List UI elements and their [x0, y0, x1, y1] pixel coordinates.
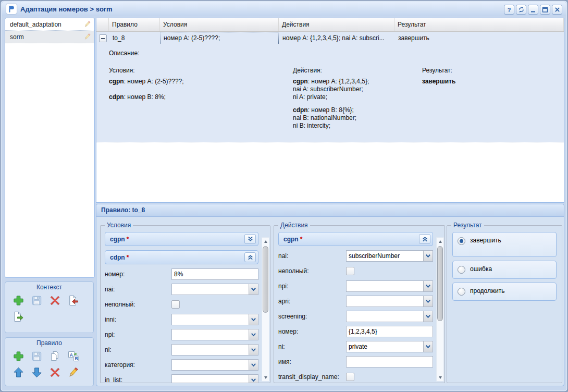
scroll-down-icon[interactable] [262, 374, 269, 381]
неполный-checkbox[interactable] [346, 267, 354, 275]
combo-value[interactable] [347, 281, 423, 291]
scroll-up-icon[interactable] [437, 238, 443, 245]
param-group-cdpn[interactable]: cdpn* [105, 250, 258, 264]
edit-rule-button[interactable] [66, 365, 80, 379]
actions-scrollbar[interactable] [436, 237, 444, 382]
категория-select[interactable] [171, 359, 258, 371]
combo-value[interactable] [172, 345, 249, 355]
in_list-select[interactable] [171, 374, 258, 383]
radio-icon[interactable] [458, 288, 465, 296]
неполный-checkbox[interactable] [171, 300, 180, 309]
nai-select[interactable] [346, 250, 433, 262]
npi-select[interactable] [171, 329, 258, 340]
ni-select[interactable] [171, 344, 258, 356]
field-row: apri: [278, 296, 433, 307]
chevron-down-icon[interactable] [249, 345, 258, 355]
combo-value[interactable] [347, 341, 423, 352]
scroll-down-icon[interactable] [437, 374, 443, 381]
combo-value[interactable] [172, 360, 249, 370]
номер-field[interactable] [346, 326, 433, 337]
move-rule-up-button[interactable] [11, 365, 25, 379]
rule-cell-conditions[interactable]: номер A: (2-5)????; [160, 32, 279, 45]
copy-rule-button[interactable] [48, 349, 61, 363]
import-context-button[interactable] [66, 293, 80, 307]
radio-icon[interactable] [458, 266, 465, 274]
имя-field[interactable] [346, 356, 433, 368]
result-option-ошибка[interactable]: ошибка [452, 261, 557, 279]
rename-rule-button[interactable]: AB [66, 349, 80, 363]
field-row: inni: [105, 314, 258, 325]
svg-text:A: A [69, 352, 72, 357]
combo-value[interactable] [172, 329, 249, 340]
radio-checked-icon[interactable] [458, 237, 465, 245]
grid-column-header[interactable]: Условия [160, 18, 279, 31]
collapse-section-icon[interactable] [244, 252, 256, 262]
context-list-item[interactable]: default_adaptation [5, 18, 94, 31]
save-context-button[interactable] [30, 293, 43, 307]
chevron-down-icon[interactable] [423, 251, 433, 261]
refresh-button[interactable] [516, 5, 526, 15]
collapse-row-icon[interactable] [99, 34, 107, 42]
context-list-item[interactable]: sorm [5, 31, 94, 43]
combo-value[interactable] [172, 284, 249, 295]
field-row: неполный: [105, 299, 258, 310]
combo-value[interactable] [347, 311, 423, 322]
result-option-продолжить[interactable]: продолжить [452, 283, 557, 301]
add-rule-button[interactable] [11, 349, 25, 363]
chevron-down-icon[interactable] [423, 311, 433, 322]
conditions-scrollbar[interactable] [262, 237, 269, 382]
detail-result-title: Результат: [422, 67, 452, 74]
close-button[interactable] [552, 5, 562, 15]
edit-context-icon[interactable] [83, 33, 91, 41]
inni-select[interactable] [171, 314, 258, 325]
rules-grid: ПравилоУсловияДействияРезультат to_8номе… [96, 18, 564, 203]
npi-select[interactable] [346, 280, 433, 292]
chevron-down-icon[interactable] [249, 314, 258, 325]
window-title: Адаптация номеров > sorm [20, 5, 112, 13]
help-button[interactable]: ? [504, 5, 514, 15]
result-option-завершить[interactable]: завершить [452, 232, 557, 257]
screening-select[interactable] [346, 311, 433, 322]
chevron-down-icon[interactable] [249, 375, 258, 383]
combo-value[interactable] [347, 296, 423, 307]
param-group-cgpn[interactable]: cgpn* [105, 232, 258, 246]
grid-column-header[interactable]: Результат [394, 18, 564, 31]
app-logo-icon [6, 4, 17, 14]
expand-section-icon[interactable] [244, 234, 256, 244]
field-row: номер: [278, 326, 433, 337]
rule-cell-rule[interactable]: to_8 [109, 32, 160, 45]
param-group-cgpn[interactable]: cgpn* [278, 232, 433, 246]
combo-value[interactable] [172, 314, 249, 325]
combo-value[interactable] [347, 251, 423, 261]
chevron-down-icon[interactable] [423, 296, 433, 307]
chevron-down-icon[interactable] [249, 284, 258, 295]
номер-field[interactable] [171, 268, 258, 280]
apri-select[interactable] [346, 296, 433, 307]
add-context-button[interactable] [11, 293, 25, 307]
rule-cell-result[interactable]: завершить [394, 32, 564, 45]
export-context-button[interactable] [11, 310, 25, 323]
move-rule-down-button[interactable] [30, 365, 43, 379]
edit-context-icon[interactable] [83, 20, 91, 28]
grid-column-header[interactable]: Правило [109, 18, 160, 31]
delete-context-button[interactable] [48, 293, 61, 307]
chevron-down-icon[interactable] [249, 360, 258, 370]
chevron-down-icon[interactable] [249, 329, 258, 340]
combo-value[interactable] [172, 375, 249, 383]
chevron-down-icon[interactable] [423, 281, 433, 291]
ni-select[interactable] [346, 341, 433, 352]
chevron-down-icon[interactable] [423, 341, 433, 352]
save-rule-button[interactable] [30, 349, 43, 363]
scrollbar-thumb[interactable] [437, 246, 443, 321]
delete-rule-button[interactable] [48, 365, 61, 379]
minimize-button[interactable] [528, 5, 538, 15]
scrollbar-thumb[interactable] [263, 246, 268, 313]
grid-column-header[interactable]: Действия [279, 18, 394, 31]
collapse-section-icon[interactable] [419, 234, 430, 244]
maximize-button[interactable] [540, 5, 550, 15]
rule-row[interactable]: to_8номер A: (2-5)????;номер A: {1,2,3,4… [96, 32, 564, 45]
scroll-up-icon[interactable] [262, 238, 269, 245]
transit_display_name-checkbox[interactable] [346, 373, 354, 381]
nai-select[interactable] [171, 284, 258, 295]
rule-cell-actions[interactable]: номер A: {1,2,3,4,5}; nai A: subscri... [279, 32, 394, 45]
